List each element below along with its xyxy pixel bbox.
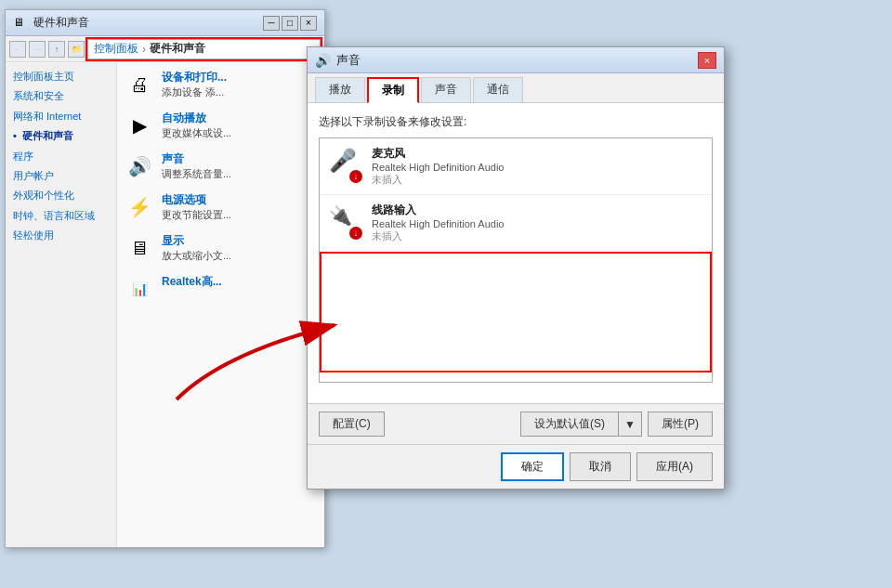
sound-tabs: 播放 录制 声音 通信: [308, 73, 724, 103]
empty-area-annotation: [320, 252, 712, 372]
device-item-linein[interactable]: 🔌 ↓ 线路输入 Realtek High Definition Audio 未…: [320, 195, 712, 252]
sound-title: 声音: [162, 151, 231, 167]
autoplay-sub: 更改媒体或设...: [162, 126, 231, 140]
apply-button[interactable]: 应用(A): [636, 452, 713, 481]
sidebar-bullet: •: [13, 130, 17, 141]
tab-communication[interactable]: 通信: [473, 77, 523, 102]
sound-dialog-footer: 确定 取消 应用(A): [308, 444, 724, 489]
forward-button[interactable]: →: [29, 41, 46, 58]
linein-status: 未插入: [372, 229, 504, 243]
autoplay-icon: ▶: [125, 111, 154, 140]
devices-title: 设备和打印...: [162, 70, 227, 85]
linein-name: 线路输入: [372, 203, 504, 218]
cancel-button[interactable]: 取消: [570, 452, 631, 481]
cp-titlebar-buttons: ─ □ ×: [263, 16, 317, 31]
tab-recording[interactable]: 录制: [367, 77, 419, 103]
realtek-icon: 📊: [125, 274, 154, 304]
display-text: 显示 放大或缩小文...: [162, 233, 231, 263]
sidebar-label-programs: 程序: [13, 150, 33, 162]
sidebar-label-clock: 时钟、语言和区域: [13, 210, 95, 221]
power-sub: 更改节能设置...: [162, 208, 231, 222]
set-default-dropdown[interactable]: ▼: [619, 412, 641, 436]
mic-driver: Realtek High Definition Audio: [372, 162, 504, 173]
sidebar-item-network[interactable]: 网络和 Internet: [13, 110, 109, 124]
linein-icon-wrap: 🔌 ↓: [329, 206, 362, 240]
power-text: 电源选项 更改节能设置...: [162, 192, 231, 222]
main-item-sound[interactable]: 🔊 声音 调整系统音量...: [125, 151, 317, 181]
set-default-group: 设为默认值(S) ▼: [520, 412, 642, 437]
sidebar-label-users: 用户帐户: [13, 170, 54, 181]
control-panel-window: 🖥 硬件和声音 ─ □ × ← → ↑ 📁 控制面板 › 硬件和声音 控制面板主…: [5, 9, 325, 548]
main-item-autoplay[interactable]: ▶ 自动播放 更改媒体或设...: [125, 111, 317, 140]
devices-text: 设备和打印... 添加设备 添...: [162, 70, 227, 99]
display-title: 显示: [162, 233, 231, 249]
devices-icon: 🖨: [125, 70, 154, 99]
sound-dialog-icon: 🔊: [315, 53, 331, 68]
breadcrumb-separator: ›: [142, 43, 146, 56]
sound-body: 选择以下录制设备来修改设置: 🎤 ↓ 麦克风 Realtek High Defi…: [308, 103, 724, 403]
linein-status-badge: ↓: [349, 227, 362, 240]
sidebar-item-system[interactable]: 系统和安全: [13, 89, 109, 103]
up-button[interactable]: ↑: [48, 41, 65, 58]
linein-info: 线路输入 Realtek High Definition Audio 未插入: [372, 203, 504, 243]
linein-driver: Realtek High Definition Audio: [372, 218, 504, 229]
cp-window-icon: 🖥: [13, 16, 28, 31]
cp-navbar: ← → ↑ 📁 控制面板 › 硬件和声音: [6, 36, 324, 62]
device-list: 🎤 ↓ 麦克风 Realtek High Definition Audio 未插…: [319, 137, 713, 383]
sidebar-label-system: 系统和安全: [13, 90, 64, 101]
cp-window-title: 硬件和声音: [33, 15, 263, 31]
sidebar-label-home: 控制面板主页: [13, 71, 74, 82]
sound-close-button[interactable]: ×: [698, 52, 716, 69]
autoplay-text: 自动播放 更改媒体或设...: [162, 111, 231, 140]
power-icon: ⚡: [125, 192, 154, 222]
cp-sidebar: 控制面板主页 系统和安全 网络和 Internet • 硬件和声音 程序 用户帐…: [6, 62, 117, 547]
breadcrumb[interactable]: 控制面板 › 硬件和声音: [87, 39, 321, 59]
display-icon: 🖥: [125, 233, 154, 263]
mic-name: 麦克风: [372, 146, 504, 162]
set-default-button[interactable]: 设为默认值(S): [521, 412, 619, 436]
tab-playback[interactable]: 播放: [315, 77, 365, 102]
mic-status-badge: ↓: [349, 170, 362, 183]
sidebar-label-appearance: 外观和个性化: [13, 189, 74, 201]
sidebar-label-network: 网络和 Internet: [13, 111, 81, 122]
sound-icon: 🔊: [125, 151, 154, 181]
sound-sub: 调整系统音量...: [162, 167, 231, 181]
properties-button[interactable]: 属性(P): [648, 412, 713, 437]
cp-body: 控制面板主页 系统和安全 网络和 Internet • 硬件和声音 程序 用户帐…: [6, 62, 324, 547]
sound-instruction: 选择以下录制设备来修改设置:: [319, 114, 713, 130]
sidebar-item-home[interactable]: 控制面板主页: [13, 70, 109, 84]
main-item-realtek[interactable]: 📊 Realtek高...: [125, 274, 317, 304]
back-button[interactable]: ←: [9, 41, 26, 58]
breadcrumb-current: 硬件和声音: [150, 41, 205, 57]
configure-button[interactable]: 配置(C): [319, 412, 385, 437]
sidebar-item-programs[interactable]: 程序: [13, 150, 109, 163]
devices-sub: 添加设备 添...: [162, 85, 227, 99]
sidebar-item-appearance[interactable]: 外观和个性化: [13, 189, 109, 203]
folder-icon[interactable]: 📁: [68, 41, 85, 58]
breadcrumb-home[interactable]: 控制面板: [94, 41, 138, 57]
main-item-power[interactable]: ⚡ 电源选项 更改节能设置...: [125, 192, 317, 222]
mic-icon-wrap: 🎤 ↓: [329, 150, 362, 183]
sidebar-item-clock[interactable]: 时钟、语言和区域: [13, 209, 109, 223]
main-item-display[interactable]: 🖥 显示 放大或缩小文...: [125, 233, 317, 263]
sidebar-item-ease[interactable]: 轻松使用: [13, 229, 109, 242]
tab-sounds[interactable]: 声音: [421, 77, 471, 102]
device-item-mic[interactable]: 🎤 ↓ 麦克风 Realtek High Definition Audio 未插…: [320, 138, 712, 195]
sidebar-label-hardware: 硬件和声音: [22, 130, 73, 141]
sound-dialog-title: 声音: [336, 52, 698, 69]
sound-footer: 配置(C) 设为默认值(S) ▼ 属性(P): [308, 403, 724, 444]
power-title: 电源选项: [162, 192, 231, 208]
ok-button[interactable]: 确定: [501, 452, 564, 481]
realtek-text: Realtek高...: [162, 274, 222, 290]
main-item-devices[interactable]: 🖨 设备和打印... 添加设备 添...: [125, 70, 317, 99]
sidebar-label-ease: 轻松使用: [13, 229, 54, 241]
minimize-button[interactable]: ─: [263, 16, 280, 31]
cp-titlebar: 🖥 硬件和声音 ─ □ ×: [6, 10, 324, 36]
sound-titlebar: 🔊 声音 ×: [308, 47, 724, 73]
maximize-button[interactable]: □: [282, 16, 298, 31]
mic-status: 未插入: [372, 173, 504, 187]
sidebar-item-users[interactable]: 用户帐户: [13, 169, 109, 183]
sidebar-item-hardware[interactable]: • 硬件和声音: [13, 129, 109, 143]
display-sub: 放大或缩小文...: [162, 249, 231, 263]
close-button[interactable]: ×: [300, 16, 317, 31]
